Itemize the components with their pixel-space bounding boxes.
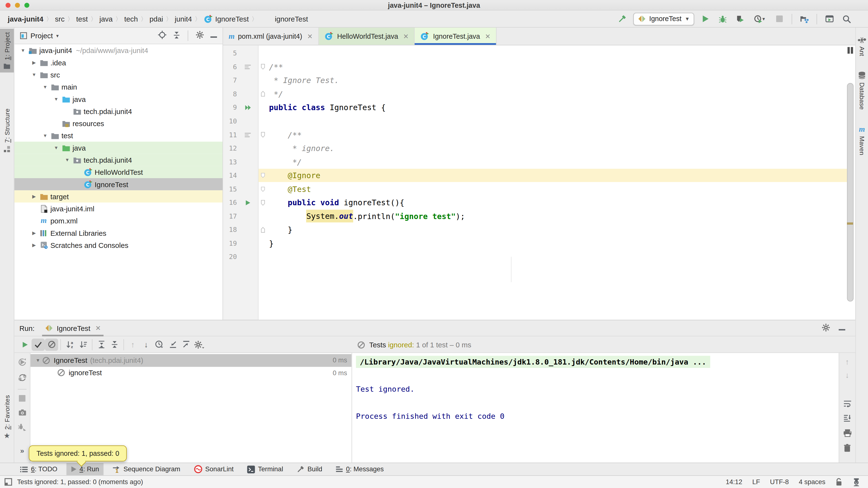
code-line[interactable]: 20 [223,250,847,264]
project-tree-item[interactable]: ▶Scratches and Consoles [14,239,222,251]
breadcrumb-item[interactable]: test [75,15,89,23]
build-project-button[interactable] [616,12,628,25]
code-line[interactable]: 9public class IgnoreTest { [223,101,847,114]
fold-mini-icon[interactable] [260,186,265,192]
code-line[interactable]: 12 * ignore. [223,141,847,155]
toggle-passed-button[interactable] [31,338,45,351]
export-button[interactable] [180,338,193,351]
editor-tab[interactable]: CHelloWorldTest.java✕ [319,28,415,45]
breadcrumb-item[interactable]: src [54,15,66,23]
rerun-auto-button[interactable] [18,373,26,383]
project-panel-collapse-all-button[interactable] [173,31,180,41]
breadcrumb-item[interactable]: junit4 [174,15,193,23]
project-tree-item[interactable]: ▼src [14,68,222,80]
sidebar-item-ant[interactable]: Ant [856,33,868,59]
run-config-selector[interactable]: IgnoreTest▼ [633,12,694,25]
toolwindow-button-build[interactable]: Build [292,463,327,475]
rerun-run-button[interactable] [18,358,26,368]
code-line[interactable]: 6/** [223,60,847,73]
scroll-end-button[interactable] [843,414,851,424]
breadcrumb-item[interactable]: java [98,15,114,23]
chevron-down-icon[interactable]: ▾ [56,33,59,38]
project-tree-item[interactable]: ▼tech.pdai.junit4 [14,154,222,166]
fold-open-icon[interactable] [260,200,265,206]
print-button[interactable] [843,429,852,438]
fold-mini-icon[interactable] [260,173,265,178]
fold-open-icon[interactable] [260,64,265,70]
editor-scrollbar[interactable] [847,83,854,302]
sidebar-item-favorites[interactable]: 2: Favorites★ [0,391,14,443]
caret-position[interactable]: 14:12 [725,478,742,486]
coverage-button[interactable] [734,12,746,25]
import-button[interactable] [166,338,180,351]
toggle-ignored-button[interactable] [45,338,58,351]
project-tree-item[interactable]: CHelloWorldTest [14,166,222,178]
project-tree-item[interactable]: ▶.idea [14,56,222,68]
expanded-arrow-icon[interactable]: ▼ [19,48,27,53]
expanded-arrow-icon[interactable]: ▼ [63,157,71,163]
project-tree-item[interactable]: ▼java-junit4~/pdai/www/java-junit4 [14,44,222,56]
expanded-arrow-icon[interactable]: ▼ [34,358,42,363]
code-line[interactable]: 16 public void ignoreTest(){ [223,196,847,209]
expanded-arrow-icon[interactable]: ▼ [52,96,60,102]
debug-button[interactable] [716,12,728,25]
editor-tab[interactable]: mpom.xml (java-junit4)✕ [223,28,319,45]
code-line[interactable]: 17 System.out.println("ignore test"); [223,209,847,223]
rerun-button[interactable] [18,338,31,351]
breadcrumb-item[interactable]: tech [123,15,139,23]
project-tree-item[interactable]: ▶External Libraries [14,227,222,239]
expand-all-button[interactable] [95,338,108,351]
toolwindow-button-todo[interactable]: 6: TODO [16,463,62,475]
run-button[interactable] [699,12,711,25]
collapsed-arrow-icon[interactable]: ▶ [30,242,38,248]
lock-icon[interactable] [835,478,843,486]
run-anything-button[interactable] [823,12,835,25]
project-tree-item[interactable]: ▼test [14,130,222,141]
test-tree-item[interactable]: ▼IgnoreTest(tech.pdai.junit4)0 ms [31,354,352,366]
collapsed-arrow-icon[interactable]: ▶ [30,230,38,236]
sidebar-item-structure[interactable]: 7: Structure [0,105,14,156]
run-panel-hide-button[interactable] [839,324,845,332]
toolwindow-button-terminal[interactable]: Terminal [242,463,287,475]
run-tab[interactable]: IgnoreTest ✕ [42,320,104,336]
fold-close-icon[interactable] [260,91,265,97]
history-button[interactable] [153,338,166,351]
project-tree-item[interactable]: CIgnoreTest [14,178,222,190]
sidebar-item-maven[interactable]: mMaven [856,122,868,158]
next-button[interactable]: ↓ [140,338,153,351]
collapsed-arrow-icon[interactable]: ▶ [30,194,38,199]
close-icon[interactable]: ✕ [307,32,313,40]
code-line[interactable]: 13 */ [223,155,847,169]
code-line[interactable]: 11 /** [223,128,847,141]
soft-wrap-button[interactable] [843,399,852,409]
collapse-all-button[interactable] [108,338,121,351]
line-separator[interactable]: LF [752,478,760,486]
toolwindow-button-messages[interactable]: 0: Messages [331,463,388,475]
breadcrumb-item[interactable]: pdai [149,15,164,23]
project-tree-item[interactable]: java-junit4.iml [14,203,222,215]
code-line[interactable]: 15 @Test [223,182,847,196]
indent-setting[interactable]: 4 spaces [799,478,826,486]
breadcrumb-item[interactable]: java-junit4 [6,15,44,23]
toolwindow-button-sonarlint[interactable]: SonarLint [189,463,238,475]
project-tree-item[interactable]: mpom.xml [14,215,222,227]
project-tree-item[interactable]: ▼java [14,141,222,154]
expanded-arrow-icon[interactable]: ▼ [41,133,49,138]
project-panel-locate-button[interactable] [158,31,166,41]
screenshot-button[interactable] [18,409,26,418]
collapsed-arrow-icon[interactable]: ▶ [30,60,38,65]
code-line[interactable]: 10 [223,115,847,128]
hector-icon[interactable] [852,478,860,486]
sort-duration-button[interactable] [76,338,90,351]
file-encoding[interactable]: UTF-8 [770,478,789,486]
toolwindow-toggle-icon[interactable] [4,478,12,486]
test-tree-item[interactable]: ignoreTest0 ms [31,366,352,379]
code-line[interactable]: 7 * Ignore Test. [223,73,847,87]
project-tree-item[interactable]: ▼java [14,93,222,105]
code-line[interactable]: 19} [223,237,847,250]
breadcrumb-item[interactable]: ignoreTest [274,15,309,23]
run-method-icon[interactable] [245,200,250,206]
sort-alpha-button[interactable]: az [63,338,76,351]
close-icon[interactable]: ✕ [403,32,409,40]
fold-close-icon[interactable] [260,227,265,233]
